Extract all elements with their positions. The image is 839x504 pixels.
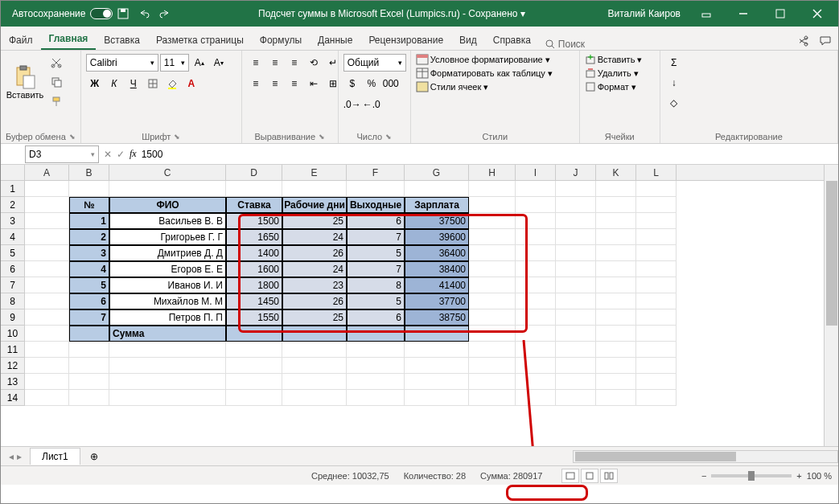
cell[interactable]: [69, 342, 109, 358]
launcher-icon[interactable]: ⬊: [174, 133, 180, 141]
page-layout-icon[interactable]: [581, 469, 598, 483]
launcher-icon[interactable]: ⬊: [319, 133, 325, 141]
cell[interactable]: [282, 342, 347, 358]
select-all-corner[interactable]: [1, 165, 25, 181]
cell[interactable]: [25, 293, 69, 309]
cell[interactable]: 1500: [226, 213, 282, 229]
cell[interactable]: [596, 229, 636, 245]
row-header[interactable]: 14: [1, 390, 24, 406]
cell[interactable]: [636, 390, 677, 406]
paste-button[interactable]: Вставить: [6, 54, 44, 110]
row-header[interactable]: 5: [1, 245, 24, 261]
cell[interactable]: [69, 374, 109, 390]
decrease-font-icon[interactable]: A▾: [210, 54, 228, 72]
cell[interactable]: [109, 358, 226, 374]
sheet-next-icon[interactable]: ▸: [17, 451, 22, 462]
cell[interactable]: [469, 342, 516, 358]
cell[interactable]: [516, 309, 556, 326]
font-size-combo[interactable]: 11▾: [160, 54, 189, 72]
cell[interactable]: [636, 293, 677, 309]
cell[interactable]: Дмитриев Д. Д: [109, 245, 226, 261]
column-header[interactable]: C: [109, 165, 226, 180]
cell[interactable]: [469, 358, 516, 374]
cell[interactable]: [282, 181, 347, 197]
comma-icon[interactable]: 000: [382, 75, 400, 92]
cell[interactable]: Петров П. П: [109, 309, 226, 326]
underline-button[interactable]: Ч: [125, 75, 142, 92]
fx-icon[interactable]: fx: [130, 148, 137, 160]
autosave-toggle[interactable]: Автосохранение: [12, 8, 113, 19]
minimize-icon[interactable]: [726, 1, 761, 27]
cell[interactable]: [596, 293, 636, 309]
percent-icon[interactable]: %: [363, 75, 380, 92]
cell[interactable]: 4: [69, 261, 109, 277]
redo-icon[interactable]: [154, 3, 175, 24]
cell[interactable]: 6: [347, 309, 405, 326]
cell[interactable]: 1400: [226, 245, 282, 261]
column-header[interactable]: F: [347, 165, 405, 180]
cell[interactable]: Егоров Е. Е: [109, 261, 226, 277]
cell[interactable]: [556, 277, 596, 293]
cell[interactable]: [109, 181, 226, 197]
add-sheet-icon[interactable]: ⊕: [85, 448, 103, 465]
close-icon[interactable]: [800, 1, 835, 27]
cell[interactable]: [636, 229, 677, 245]
cell[interactable]: [347, 181, 405, 197]
cell[interactable]: [25, 342, 69, 358]
column-header[interactable]: D: [226, 165, 282, 180]
cell[interactable]: [636, 277, 677, 293]
share-icon[interactable]: [800, 35, 812, 47]
cell[interactable]: 7: [69, 309, 109, 326]
row-header[interactable]: 9: [1, 309, 24, 326]
cell[interactable]: [69, 326, 109, 342]
cell[interactable]: 24: [282, 229, 347, 245]
italic-button[interactable]: К: [105, 75, 123, 92]
cells-area[interactable]: №ФИОСтавкаРабочие дниВыходныеЗарплата1Ва…: [25, 181, 824, 446]
cell[interactable]: [282, 374, 347, 390]
decrease-decimal-icon[interactable]: ←.0: [363, 96, 380, 113]
zoom-slider[interactable]: [711, 474, 792, 477]
cell[interactable]: [596, 390, 636, 406]
cell[interactable]: Михайлов М. М: [109, 293, 226, 309]
cell[interactable]: 8: [347, 277, 405, 293]
spreadsheet-grid[interactable]: ABCDEFGHIJKL 1234567891011121314 №ФИОСта…: [1, 165, 838, 446]
cell[interactable]: [556, 293, 596, 309]
orientation-icon[interactable]: ⟲: [305, 54, 323, 72]
row-header[interactable]: 13: [1, 374, 24, 390]
column-header[interactable]: A: [25, 165, 69, 180]
cell[interactable]: [69, 181, 109, 197]
cell[interactable]: [516, 181, 556, 197]
align-right-icon[interactable]: ≡: [286, 75, 303, 92]
column-header[interactable]: H: [469, 165, 516, 180]
sheet-tab[interactable]: Лист1: [30, 448, 80, 465]
cell[interactable]: [636, 326, 677, 342]
user-name[interactable]: Виталий Каиров: [607, 8, 681, 19]
tab-home[interactable]: Главная: [41, 28, 97, 50]
cell[interactable]: [25, 309, 69, 326]
format-cells-button[interactable]: Формат ▾: [585, 81, 636, 92]
cell[interactable]: 6: [347, 213, 405, 229]
cell[interactable]: 1800: [226, 277, 282, 293]
cell[interactable]: 2: [69, 229, 109, 245]
cell[interactable]: [469, 326, 516, 342]
cell[interactable]: [516, 213, 556, 229]
decrease-indent-icon[interactable]: ⇤: [305, 75, 323, 92]
conditional-formatting-button[interactable]: Условное форматирование ▾: [416, 54, 550, 65]
cell[interactable]: 1650: [226, 229, 282, 245]
cell[interactable]: [469, 245, 516, 261]
cell[interactable]: [405, 390, 469, 406]
tab-view[interactable]: Вид: [451, 30, 485, 50]
cell[interactable]: [347, 358, 405, 374]
fill-color-icon[interactable]: [163, 75, 181, 92]
cell[interactable]: [347, 374, 405, 390]
row-header[interactable]: 7: [1, 277, 24, 293]
cell[interactable]: Выходные: [347, 197, 405, 213]
tab-file[interactable]: Файл: [1, 30, 41, 50]
cell[interactable]: [109, 390, 226, 406]
cell-styles-button[interactable]: Стили ячеек ▾: [416, 81, 489, 92]
horizontal-scrollbar[interactable]: [573, 450, 838, 463]
scroll-thumb[interactable]: [826, 181, 837, 326]
align-bottom-icon[interactable]: ≡: [286, 54, 303, 72]
cell[interactable]: [25, 245, 69, 261]
cell[interactable]: [405, 358, 469, 374]
